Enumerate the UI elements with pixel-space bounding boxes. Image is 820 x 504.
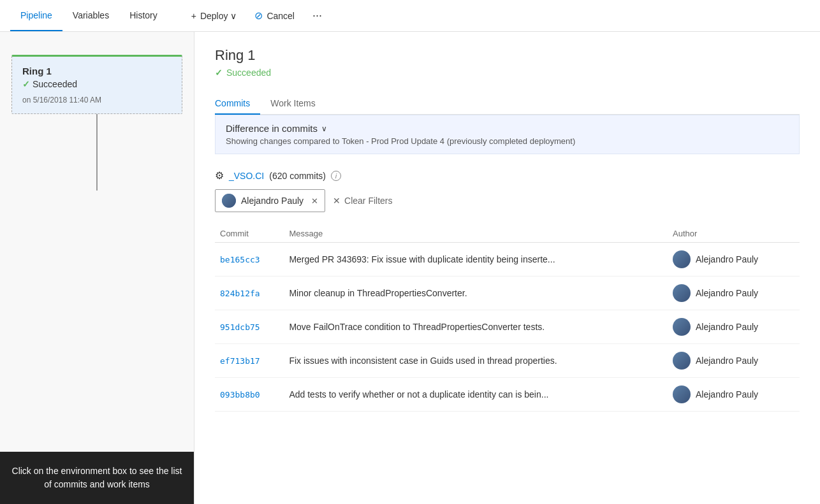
- author-avatar: [673, 352, 691, 370]
- author-name: Alejandro Pauly: [696, 254, 758, 264]
- env-box-status: ✓ Succeeded: [22, 79, 172, 89]
- commit-hash[interactable]: ef713b17: [220, 356, 260, 366]
- tooltip-text: Click on the environment box to see the …: [12, 466, 182, 489]
- table-row: 093bb8b0 Add tests to verify whether or …: [215, 378, 800, 412]
- ring-status-text: Succeeded: [226, 68, 271, 78]
- content-tabs: Commits Work Items: [215, 93, 800, 115]
- tab-pipeline[interactable]: Pipeline: [10, 0, 62, 31]
- avatar-image: [222, 194, 236, 208]
- commit-message: Fix issues with inconsistent case in Gui…: [284, 344, 668, 378]
- repo-section: ⚙ _VSO.CI (620 commits) i Alejandro Paul…: [215, 169, 800, 412]
- filter-chip[interactable]: Alejandro Pauly ✕: [215, 189, 325, 212]
- deploy-button[interactable]: + Deploy ∨: [184, 7, 245, 25]
- commit-message: Minor cleanup in ThreadPropertiesConvert…: [284, 277, 668, 310]
- ring-checkmark: ✓: [215, 68, 223, 78]
- more-button[interactable]: ···: [305, 5, 330, 26]
- clear-filters-icon: ✕: [333, 196, 340, 206]
- ring-status: ✓ Succeeded: [215, 68, 800, 78]
- table-header: Commit Message Author: [215, 225, 800, 243]
- repo-icon: ⚙: [215, 169, 224, 182]
- diff-banner: Difference in commits ∨ Showing changes …: [215, 115, 800, 154]
- col-author: Author: [668, 225, 800, 243]
- author-name: Alejandro Pauly: [696, 389, 758, 400]
- col-commit: Commit: [215, 225, 284, 243]
- content-area: Ring 1 ✓ Succeeded Commits Work Items Di…: [194, 32, 820, 504]
- tab-work-items[interactable]: Work Items: [260, 93, 326, 115]
- sidebar: Ring 1 ✓ Succeeded on 5/16/2018 11:40 AM…: [0, 32, 194, 504]
- top-nav: Pipeline Variables History + Deploy ∨ ⊘ …: [0, 0, 820, 32]
- deploy-icon: +: [191, 11, 196, 21]
- connector-line: [96, 114, 98, 191]
- author-avatar: [673, 385, 691, 403]
- status-checkmark: ✓: [22, 79, 30, 89]
- repo-commits-count: (620 commits): [269, 171, 326, 181]
- deploy-label: Deploy ∨: [200, 11, 237, 21]
- chevron-down-icon: ∨: [321, 124, 327, 133]
- commit-hash[interactable]: be165cc3: [220, 255, 260, 264]
- commit-message: Merged PR 343693: Fix issue with duplica…: [284, 243, 668, 277]
- commit-message: Move FailOnTrace condition to ThreadProp…: [284, 310, 668, 344]
- status-text: Succeeded: [33, 79, 77, 89]
- tooltip-box: Click on the environment box to see the …: [0, 452, 194, 504]
- more-icon: ···: [312, 9, 322, 22]
- author-cell: Alejandro Pauly: [673, 352, 794, 370]
- commit-hash[interactable]: 824b12fa: [220, 289, 260, 298]
- author-cell: Alejandro Pauly: [673, 385, 794, 403]
- tab-variables[interactable]: Variables: [62, 0, 119, 31]
- environment-box[interactable]: Ring 1 ✓ Succeeded on 5/16/2018 11:40 AM: [11, 55, 182, 114]
- table-row: 951dcb75 Move FailOnTrace condition to T…: [215, 310, 800, 344]
- commits-table: Commit Message Author be165cc3 Merged PR…: [215, 225, 800, 412]
- filter-chip-remove[interactable]: ✕: [311, 196, 318, 206]
- sidebar-content: Ring 1 ✓ Succeeded on 5/16/2018 11:40 AM: [0, 32, 194, 504]
- author-avatar: [673, 318, 691, 336]
- ring-title: Ring 1: [215, 47, 800, 64]
- table-row: be165cc3 Merged PR 343693: Fix issue wit…: [215, 243, 800, 277]
- tab-history[interactable]: History: [119, 0, 168, 31]
- nav-actions: + Deploy ∨ ⊘ Cancel ···: [184, 5, 330, 26]
- commits-tbody: be165cc3 Merged PR 343693: Fix issue wit…: [215, 243, 800, 412]
- tab-commits[interactable]: Commits: [215, 93, 260, 115]
- author-cell: Alejandro Pauly: [673, 318, 794, 336]
- commit-message: Add tests to verify whether or not a dup…: [284, 378, 668, 412]
- nav-tabs: Pipeline Variables History: [10, 0, 168, 31]
- author-avatar: [673, 284, 691, 302]
- cancel-label: Cancel: [267, 11, 295, 21]
- clear-filters-label: Clear Filters: [344, 196, 392, 206]
- filter-chip-label: Alejandro Pauly: [241, 196, 304, 206]
- diff-title-text: Difference in commits: [226, 123, 318, 134]
- cancel-button[interactable]: ⊘ Cancel: [247, 6, 302, 25]
- main-layout: Ring 1 ✓ Succeeded on 5/16/2018 11:40 AM…: [0, 32, 820, 504]
- col-message: Message: [284, 225, 668, 243]
- author-name: Alejandro Pauly: [696, 288, 758, 298]
- author-cell: Alejandro Pauly: [673, 250, 794, 268]
- env-box-date: on 5/16/2018 11:40 AM: [22, 96, 172, 104]
- diff-subtitle: Showing changes compared to Token - Prod…: [226, 136, 789, 146]
- author-cell: Alejandro Pauly: [673, 284, 794, 302]
- diff-title[interactable]: Difference in commits ∨: [226, 123, 789, 134]
- filter-row: Alejandro Pauly ✕ ✕ Clear Filters: [215, 189, 800, 212]
- cancel-icon: ⊘: [254, 10, 263, 22]
- info-icon[interactable]: i: [331, 171, 341, 181]
- author-name: Alejandro Pauly: [696, 322, 758, 332]
- table-row: ef713b17 Fix issues with inconsistent ca…: [215, 344, 800, 378]
- commit-hash[interactable]: 093bb8b0: [220, 390, 260, 400]
- repo-header: ⚙ _VSO.CI (620 commits) i: [215, 169, 800, 182]
- author-avatar: [673, 250, 691, 268]
- author-name: Alejandro Pauly: [696, 356, 758, 366]
- filter-avatar: [222, 194, 236, 208]
- env-box-title: Ring 1: [22, 66, 172, 76]
- repo-name[interactable]: _VSO.CI: [229, 171, 264, 181]
- commit-hash[interactable]: 951dcb75: [220, 322, 260, 332]
- table-row: 824b12fa Minor cleanup in ThreadProperti…: [215, 277, 800, 310]
- clear-filters-button[interactable]: ✕ Clear Filters: [333, 196, 392, 206]
